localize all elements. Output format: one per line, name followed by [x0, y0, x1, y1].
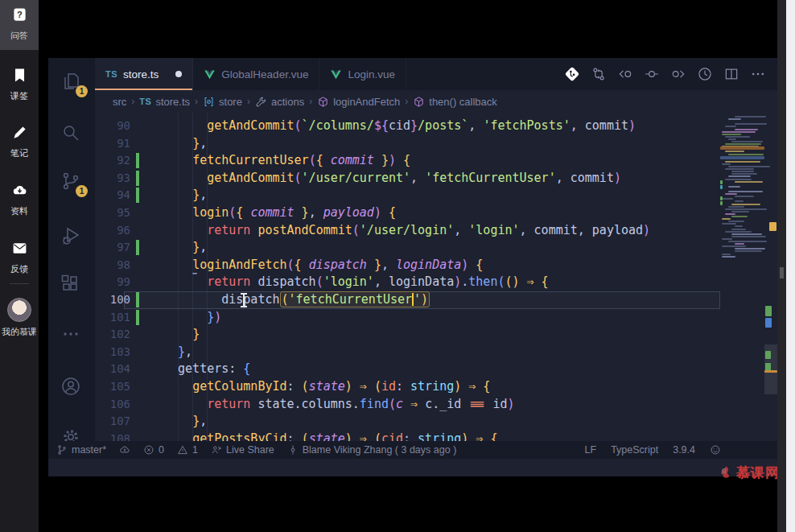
next-change-icon[interactable] — [669, 64, 688, 84]
breadcrumb-src[interactable]: src — [113, 96, 126, 108]
gutter-change-indicator — [136, 240, 139, 255]
page: ?问答课签笔记资料反馈我的慕课 111 TSstore.tsGlobalHead… — [0, 0, 795, 532]
activity-more-icon[interactable] — [60, 324, 83, 346]
code-line-105[interactable]: 105 getColumnById: (state) ⇒ (id: string… — [95, 378, 713, 396]
status-lf[interactable]: LF — [585, 444, 597, 456]
modified-dot-icon[interactable] — [175, 71, 182, 77]
overview-marker — [769, 222, 776, 231]
minimap[interactable] — [720, 113, 764, 459]
token: () — [505, 274, 519, 289]
code-editor[interactable]: 90 getAndCommit(`/columns/${cid}/posts`,… — [95, 113, 777, 459]
history-icon[interactable] — [695, 64, 715, 84]
activity-search-icon[interactable] — [60, 122, 83, 145]
gitlens-icon[interactable] — [562, 64, 582, 84]
overview-marker — [765, 306, 772, 316]
breadcrumb-store-ts[interactable]: TSstore.ts — [139, 96, 190, 108]
token — [163, 223, 207, 237]
status-live[interactable]: Live Share — [211, 444, 274, 456]
token: { — [236, 205, 250, 220]
sidebar-item-pencil[interactable]: 笔记 — [0, 118, 39, 163]
code-line-93[interactable]: 93 getAndCommit('/user/current', 'fetchC… — [95, 170, 713, 188]
code-line-92[interactable]: 92 fetchCurrentUser({ commit }) { — [95, 152, 713, 170]
code-line-99[interactable]: 99 return dispatch('login', loginData).t… — [95, 274, 713, 291]
status-master*[interactable]: master* — [56, 444, 106, 456]
overview-ruler[interactable] — [764, 113, 777, 459]
code-line-98[interactable]: 98 loginAndFetch({ dispatch }, loginData… — [95, 257, 713, 274]
sidebar-item-qa-book[interactable]: ?问答 — [0, 0, 39, 50]
token: . — [295, 397, 302, 411]
breadcrumb-store[interactable]: store — [203, 96, 242, 108]
status-3.9.4[interactable]: 3.9.4 — [673, 444, 695, 456]
cloud-upload-icon — [119, 444, 130, 456]
status-cloud-upload-icon[interactable] — [119, 444, 130, 456]
code-line-107[interactable]: 107 }, — [95, 413, 713, 431]
scrollbar-handle[interactable] — [780, 267, 784, 278]
open-change-icon[interactable] — [642, 64, 661, 84]
more-actions-icon[interactable] — [748, 64, 768, 84]
token: { — [236, 361, 250, 376]
line-number: 92 — [95, 152, 130, 170]
sidebar-item-envelope[interactable]: 反馈 — [0, 233, 39, 278]
status-blame[interactable]: Blame Viking Zhang ( 3 days ago ) — [287, 444, 457, 456]
breadcrumb-then-callback[interactable]: then() callback — [413, 96, 497, 108]
token: ' — [414, 292, 421, 307]
status-0[interactable]: 0 — [143, 444, 164, 456]
token: ( — [316, 274, 323, 289]
breadcrumb: src›TSstore.ts›store›actions›loginAndFet… — [95, 90, 777, 113]
vscode-window: 111 TSstore.tsGlobalHeader.vueLogin.vue … — [48, 58, 777, 476]
minimap-line — [725, 126, 736, 127]
token: { — [396, 153, 410, 167]
code-text: getAndCommit(`/columns/${cid}/posts`, 'f… — [163, 118, 636, 135]
minimap-line — [735, 243, 744, 245]
git-compare-icon[interactable] — [589, 64, 608, 84]
minimap-line — [731, 216, 748, 217]
token — [367, 379, 374, 394]
page-scrollbar-area[interactable] — [786, 0, 795, 532]
code-line-94[interactable]: 94 }, — [95, 187, 713, 204]
warning-icon — [177, 444, 188, 456]
status-feedback-icon[interactable] — [710, 444, 721, 456]
code-line-96[interactable]: 96 return postAndCommit('/user/login', '… — [95, 222, 713, 240]
status-1[interactable]: 1 — [177, 444, 198, 456]
code-line-103[interactable]: 103 }, — [95, 344, 713, 361]
activity-files-icon[interactable]: 1 — [60, 71, 83, 93]
token: postAndCommit — [257, 223, 352, 237]
envelope-icon — [12, 241, 27, 256]
code-line-97[interactable]: 97 }, — [95, 239, 713, 257]
video-player[interactable]: 111 TSstore.tsGlobalHeader.vueLogin.vue … — [39, 0, 786, 532]
sidebar-item-my-imooc[interactable]: 我的慕课 — [0, 295, 39, 351]
activity-debug-icon[interactable] — [60, 225, 83, 248]
activity-extensions-icon[interactable] — [60, 274, 83, 296]
token: , — [200, 240, 207, 254]
token: : — [287, 379, 295, 394]
code-line-95[interactable]: 95 login({ commit }, payload) { — [95, 204, 713, 222]
status-typescript[interactable]: TypeScript — [611, 444, 658, 456]
tab-Login.vue[interactable]: Login.vue — [319, 58, 406, 90]
breadcrumb-loginAndFetch[interactable]: loginAndFetch — [317, 96, 400, 108]
typescript-icon: TS — [139, 97, 151, 106]
code-line-90[interactable]: 90 getAndCommit(`/columns/${cid}/posts`,… — [95, 118, 713, 135]
token: state — [257, 397, 294, 411]
split-editor-icon[interactable] — [722, 64, 741, 84]
token: . — [461, 274, 468, 289]
minimap-line — [728, 206, 744, 208]
prev-change-icon[interactable] — [616, 64, 635, 84]
activity-source-control-icon[interactable]: 1 — [60, 171, 83, 193]
token: ) — [614, 171, 621, 185]
code-line-101[interactable]: 101 }) — [95, 309, 713, 327]
code-text: getAndCommit('/user/current', 'fetchCurr… — [163, 170, 621, 188]
breadcrumb-actions[interactable]: actions — [255, 96, 304, 108]
code-line-102[interactable]: 102 } — [95, 326, 713, 344]
status-bar: master*01Live ShareBlame Viking Zhang ( … — [48, 441, 777, 459]
tab-store.ts[interactable]: TSstore.ts — [95, 58, 193, 90]
code-line-104[interactable]: 104 getters: { — [95, 361, 713, 378]
activity-account-icon[interactable] — [60, 376, 83, 398]
code-line-100[interactable]: 100 dispatch('fetchCurrentUser') — [95, 291, 713, 309]
sidebar-item-bookmark[interactable]: 课签 — [0, 60, 39, 105]
typescript-icon: TS — [105, 69, 117, 79]
token: } — [192, 136, 200, 151]
code-line-106[interactable]: 106 return state.columns.find(c ⇒ c._id … — [95, 396, 713, 414]
sidebar-item-cloud-download[interactable]: 资料 — [0, 175, 39, 221]
tab-GlobalHeader.vue[interactable]: GlobalHeader.vue — [193, 58, 319, 90]
code-line-91[interactable]: 91 }, — [95, 135, 713, 153]
